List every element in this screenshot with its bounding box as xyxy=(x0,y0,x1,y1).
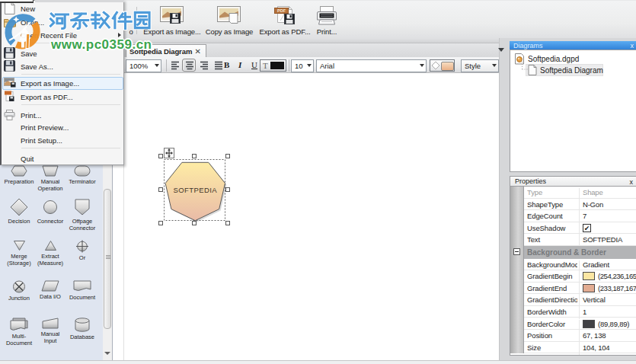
svg-text:PDF: PDF xyxy=(277,8,286,13)
svg-text:SOFTPEDIA: SOFTPEDIA xyxy=(174,186,218,194)
